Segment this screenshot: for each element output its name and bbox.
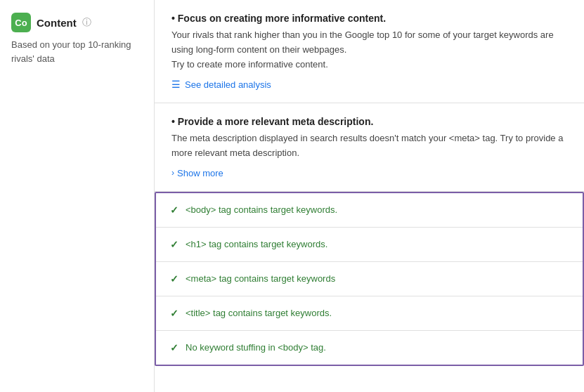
chevron-right-icon: › — [171, 168, 174, 178]
document-icon: ☰ — [171, 79, 181, 90]
check-icon-5: ✓ — [170, 342, 179, 353]
show-more-label: Show more — [177, 168, 223, 178]
section1-title: Focus on creating more informative conte… — [171, 13, 567, 24]
checklist-text-4: <title> tag contains target keywords. — [186, 308, 332, 318]
checklist-item: ✓ <title> tag contains target keywords. — [156, 296, 583, 331]
analysis-link-label: See detailed analysis — [185, 79, 271, 90]
sidebar: Co Content ⓘ Based on your top 10-rankin… — [0, 0, 155, 392]
checklist-text-3: <meta> tag contains target keywords — [186, 273, 335, 284]
see-detailed-analysis-link[interactable]: ☰ See detailed analysis — [171, 79, 567, 90]
check-icon-4: ✓ — [170, 308, 179, 319]
check-icon-3: ✓ — [170, 273, 179, 285]
checklist-item: ✓ <body> tag contains target keywords. — [156, 193, 583, 228]
checklist-item: ✓ <h1> tag contains target keywords. — [156, 228, 583, 262]
checklist-item: ✓ No keyword stuffing in <body> tag. — [156, 331, 583, 365]
section2-text: The meta description displayed in search… — [171, 131, 567, 161]
checklist-text-1: <body> tag contains target keywords. — [186, 204, 337, 215]
sidebar-header: Co Content ⓘ — [11, 13, 143, 32]
sidebar-logo: Co — [11, 13, 31, 32]
show-more-link[interactable]: › Show more — [171, 168, 567, 178]
checklist-section: ✓ <body> tag contains target keywords. ✓… — [155, 192, 584, 366]
checklist-text-5: No keyword stuffing in <body> tag. — [186, 342, 326, 353]
check-icon-2: ✓ — [170, 239, 179, 250]
section-meta-description: Provide a more relevant meta description… — [155, 103, 584, 192]
section2-title: Provide a more relevant meta description… — [171, 116, 567, 127]
info-icon[interactable]: ⓘ — [82, 16, 91, 29]
page-container: Co Content ⓘ Based on your top 10-rankin… — [0, 0, 584, 392]
section1-text: Your rivals that rank higher than you in… — [171, 28, 567, 72]
main-content: Focus on creating more informative conte… — [155, 0, 584, 392]
checklist-item: ✓ <meta> tag contains target keywords — [156, 262, 583, 296]
checklist-text-2: <h1> tag contains target keywords. — [186, 239, 327, 249]
sidebar-title: Content — [37, 17, 77, 29]
sidebar-subtitle: Based on your top 10-ranking rivals' dat… — [11, 38, 143, 65]
check-icon-1: ✓ — [170, 204, 179, 216]
section-informative-content: Focus on creating more informative conte… — [155, 0, 584, 103]
